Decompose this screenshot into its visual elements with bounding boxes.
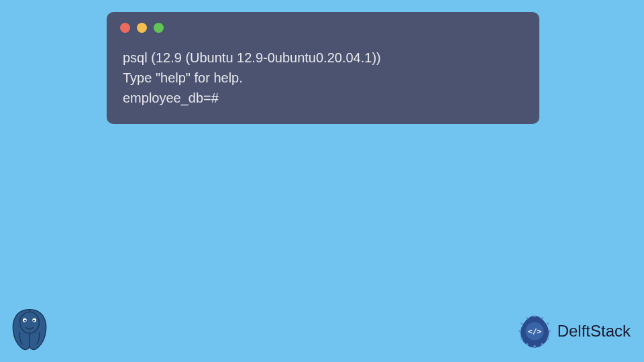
svg-point-4 [33, 320, 35, 322]
terminal-prompt: employee_db=# [123, 88, 523, 108]
close-icon[interactable] [120, 23, 130, 33]
svg-point-6 [533, 315, 535, 317]
svg-point-17 [526, 317, 528, 319]
terminal-body[interactable]: psql (12.9 (Ubuntu 12.9-0ubuntu0.20.04.1… [107, 40, 539, 124]
svg-point-12 [533, 345, 535, 347]
delftstack-label: DelftStack [557, 322, 631, 341]
svg-point-11 [541, 343, 543, 345]
delftstack-branding: </> DelftStack [516, 312, 631, 350]
window-chrome [107, 12, 539, 40]
svg-point-10 [547, 338, 549, 340]
delftstack-badge-icon: </> [516, 312, 553, 350]
svg-point-7 [541, 317, 543, 319]
maximize-icon[interactable] [154, 23, 164, 33]
minimize-icon[interactable] [137, 23, 147, 33]
terminal-line: Type "help" for help. [123, 68, 523, 88]
svg-text:</>: </> [528, 327, 541, 336]
terminal-line: psql (12.9 (Ubuntu 12.9-0ubuntu0.20.04.1… [123, 48, 523, 68]
svg-point-15 [519, 330, 521, 332]
svg-point-13 [526, 343, 528, 345]
svg-point-9 [548, 330, 550, 332]
svg-point-14 [520, 338, 522, 340]
svg-point-16 [520, 322, 522, 324]
postgresql-logo-icon [5, 306, 54, 354]
terminal-window: psql (12.9 (Ubuntu 12.9-0ubuntu0.20.04.1… [107, 12, 539, 124]
svg-point-8 [547, 322, 549, 324]
svg-point-0 [20, 312, 40, 333]
svg-point-3 [24, 320, 26, 322]
